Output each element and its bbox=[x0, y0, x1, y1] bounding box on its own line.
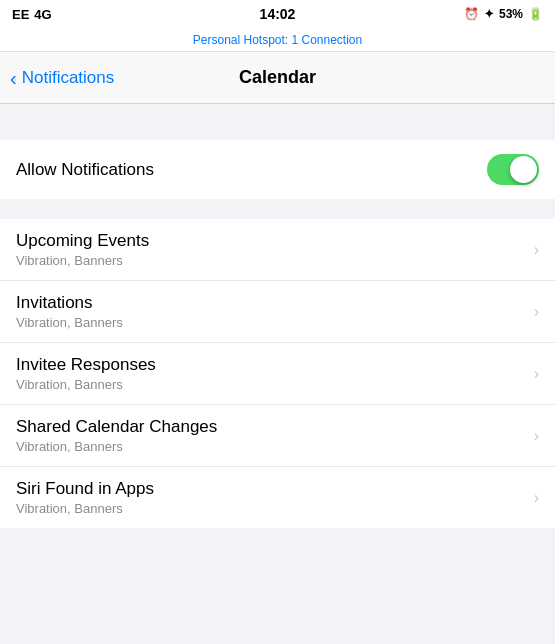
back-button[interactable]: ‹ Notifications bbox=[10, 68, 114, 88]
clock: 14:02 bbox=[260, 6, 296, 22]
list-item[interactable]: Upcoming Events Vibration, Banners › bbox=[0, 219, 555, 281]
battery-icon: 🔋 bbox=[528, 7, 543, 21]
top-spacer bbox=[0, 104, 555, 140]
status-right: ⏰ ✦ 53% 🔋 bbox=[464, 7, 543, 21]
nav-bar: ‹ Notifications Calendar bbox=[0, 52, 555, 104]
chevron-right-icon: › bbox=[534, 241, 539, 259]
chevron-right-icon: › bbox=[534, 303, 539, 321]
item-title: Siri Found in Apps bbox=[16, 479, 154, 499]
row-content: Invitee Responses Vibration, Banners bbox=[16, 355, 156, 392]
middle-spacer bbox=[0, 199, 555, 219]
list-item[interactable]: Invitations Vibration, Banners › bbox=[0, 281, 555, 343]
allow-notifications-section: Allow Notifications bbox=[0, 140, 555, 199]
hotspot-bar: Personal Hotspot: 1 Connection bbox=[0, 28, 555, 52]
carrier-label: EE bbox=[12, 7, 29, 22]
page-title: Calendar bbox=[239, 67, 316, 88]
bluetooth-icon: ✦ bbox=[484, 7, 494, 21]
allow-notifications-row: Allow Notifications bbox=[0, 140, 555, 199]
row-content: Shared Calendar Changes Vibration, Banne… bbox=[16, 417, 217, 454]
item-title: Shared Calendar Changes bbox=[16, 417, 217, 437]
row-right: › bbox=[534, 427, 539, 445]
list-item[interactable]: Invitee Responses Vibration, Banners › bbox=[0, 343, 555, 405]
chevron-right-icon: › bbox=[534, 365, 539, 383]
row-right: › bbox=[534, 489, 539, 507]
list-item[interactable]: Shared Calendar Changes Vibration, Banne… bbox=[0, 405, 555, 467]
item-title: Invitee Responses bbox=[16, 355, 156, 375]
back-chevron-icon: ‹ bbox=[10, 68, 17, 88]
item-title: Invitations bbox=[16, 293, 123, 313]
allow-notifications-label: Allow Notifications bbox=[16, 160, 154, 180]
item-subtitle: Vibration, Banners bbox=[16, 253, 149, 268]
chevron-right-icon: › bbox=[534, 489, 539, 507]
list-item[interactable]: Siri Found in Apps Vibration, Banners › bbox=[0, 467, 555, 528]
alarm-icon: ⏰ bbox=[464, 7, 479, 21]
row-content: Siri Found in Apps Vibration, Banners bbox=[16, 479, 154, 516]
row-right: › bbox=[534, 241, 539, 259]
network-label: 4G bbox=[34, 7, 51, 22]
status-left: EE 4G bbox=[12, 7, 52, 22]
back-label: Notifications bbox=[22, 68, 115, 88]
row-content: Upcoming Events Vibration, Banners bbox=[16, 231, 149, 268]
status-bar: EE 4G 14:02 ⏰ ✦ 53% 🔋 bbox=[0, 0, 555, 28]
item-subtitle: Vibration, Banners bbox=[16, 377, 156, 392]
chevron-right-icon: › bbox=[534, 427, 539, 445]
row-right: › bbox=[534, 303, 539, 321]
hotspot-text: Personal Hotspot: 1 Connection bbox=[193, 33, 362, 47]
row-content: Invitations Vibration, Banners bbox=[16, 293, 123, 330]
item-subtitle: Vibration, Banners bbox=[16, 315, 123, 330]
row-right: › bbox=[534, 365, 539, 383]
item-subtitle: Vibration, Banners bbox=[16, 439, 217, 454]
toggle-knob bbox=[510, 156, 537, 183]
allow-notifications-toggle[interactable] bbox=[487, 154, 539, 185]
item-subtitle: Vibration, Banners bbox=[16, 501, 154, 516]
settings-list: Upcoming Events Vibration, Banners › Inv… bbox=[0, 219, 555, 528]
item-title: Upcoming Events bbox=[16, 231, 149, 251]
battery-label: 53% bbox=[499, 7, 523, 21]
